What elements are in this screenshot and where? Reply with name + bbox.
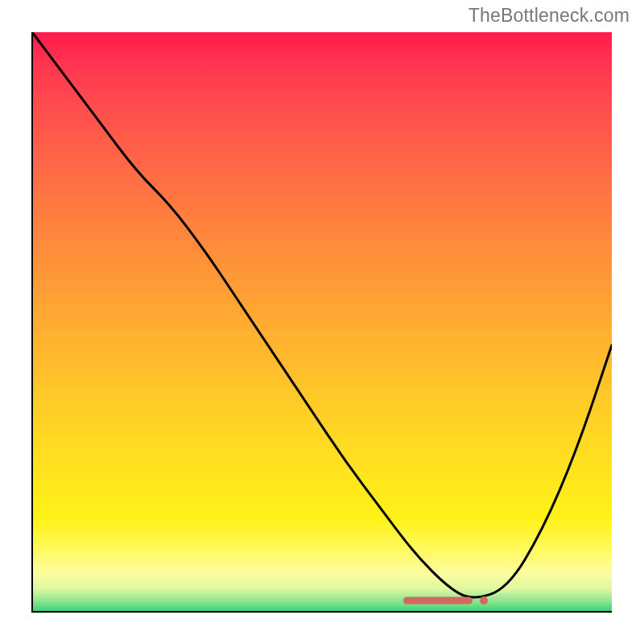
optimal-range-bar [403, 597, 473, 604]
plot-area [32, 32, 612, 612]
curve-svg [32, 32, 612, 612]
bottleneck-curve [32, 32, 612, 597]
watermark-text: TheBottleneck.com [469, 5, 630, 27]
optimal-end-dot [480, 597, 488, 605]
